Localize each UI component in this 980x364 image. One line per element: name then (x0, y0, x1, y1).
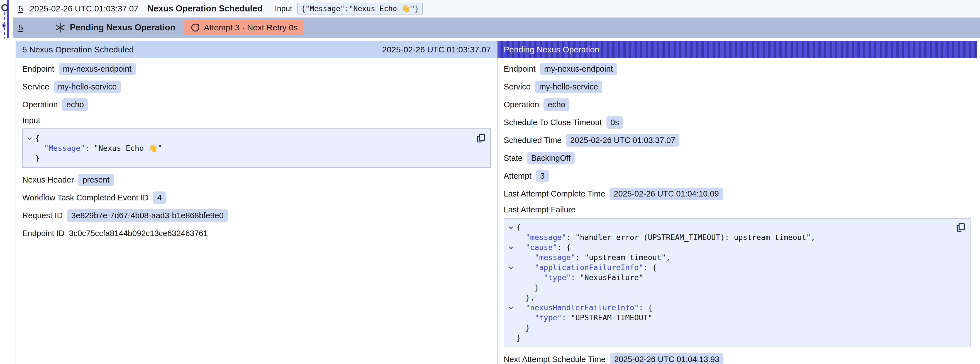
json-line-gutter (506, 273, 517, 283)
operation-value-badge: echo (62, 98, 88, 111)
json-code-text: "type": "UPSTREAM_TIMEOUT" (517, 313, 652, 323)
json-line-gutter (506, 252, 517, 263)
event-id-link[interactable]: 5 (18, 4, 23, 13)
json-line: }, (506, 293, 955, 303)
event-detail-panels: 5 Nexus Operation Scheduled 2025-02-26 U… (16, 41, 977, 364)
json-line-gutter (506, 323, 517, 333)
json-code-text: "message": "handler error (UPSTREAM_TIME… (517, 232, 815, 243)
json-code-text: "applicationFailureInfo": { (517, 263, 657, 273)
input-json-viewer: { "Message": "Nexus Echo 👋"} (22, 128, 491, 168)
field-state: State BackingOff (504, 152, 970, 164)
service-value-badge: my-hello-service (54, 81, 121, 93)
json-line: } (506, 333, 955, 343)
json-code-text: } (35, 153, 40, 163)
json-line: "Message": "Nexus Echo 👋" (25, 143, 475, 153)
field-operation: Operation echo (22, 98, 491, 111)
attempt-badge: 3 (536, 170, 549, 182)
request-id-badge: 3e829b7e-7d67-4b08-aad3-b1e868bfe9e0 (67, 209, 228, 222)
right-panel-body: Endpoint my-nexus-endpoint Service my-he… (498, 58, 977, 364)
json-line: } (506, 323, 955, 333)
nexus-header-value-badge: present (78, 174, 114, 186)
json-code-text: } (517, 333, 521, 343)
collapse-chevron-icon[interactable] (509, 265, 513, 269)
json-code-text: } (517, 283, 539, 293)
field-attempt: Attempt 3 (504, 169, 970, 182)
json-code-text: "type": "NexusFailure" (517, 273, 643, 283)
left-panel-body: Endpoint my-nexus-endpoint Service my-he… (16, 58, 497, 245)
right-panel-title: Pending Nexus Operation (504, 45, 600, 54)
timeout-value-badge: 0s (606, 116, 624, 129)
json-line-gutter (25, 133, 35, 143)
field-nexus-header: Nexus Header present (22, 173, 491, 186)
json-code-text: "cause": { (517, 243, 571, 252)
last-attempt-failure-json-viewer: { "message": "handler error (UPSTREAM_TI… (504, 218, 970, 347)
retry-icon (191, 23, 200, 32)
pending-title: Pending Nexus Operation (70, 22, 175, 33)
left-panel-timestamp: 2025-02-26 UTC 01:03:37.07 (382, 45, 491, 54)
field-schedule-to-close-timeout: Schedule To Close Timeout 0s (504, 116, 970, 129)
endpoint-value-badge: my-nexus-endpoint (59, 63, 136, 75)
field-scheduled-time: Scheduled Time 2025-02-26 UTC 01:03:37.0… (504, 134, 970, 147)
json-line: "message": "handler error (UPSTREAM_TIME… (506, 232, 955, 243)
pending-nexus-operation-row[interactable]: 5 Pending Nexus Operation Attempt 3 · Ne… (13, 18, 980, 38)
json-line: } (506, 283, 955, 293)
collapse-chevron-icon[interactable] (509, 225, 513, 229)
json-line: } (25, 153, 475, 163)
endpoint-id-link[interactable]: 3c0c75ccfa8144b092c13ce632463761 (69, 229, 208, 238)
json-code-text: { (35, 133, 40, 143)
field-request-id: Request ID 3e829b7e-7d67-4b08-aad3-b1e86… (22, 209, 491, 222)
json-line: "nexusHandlerFailureInfo": { (506, 303, 955, 313)
field-last-attempt-complete-time: Last Attempt Complete Time 2025-02-26 UT… (504, 187, 970, 200)
field-endpoint-id: Endpoint ID 3c0c75ccfa8144b092c13ce63246… (22, 227, 491, 240)
json-line: { (25, 133, 475, 143)
field-next-attempt-schedule-time: Next Attempt Schedule Time 2025-02-26 UT… (504, 353, 970, 364)
event-history-rows: 5 2025-02-26 UTC 01:03:37.07 Nexus Opera… (0, 0, 980, 38)
wft-event-id-badge: 4 (153, 192, 166, 204)
json-code-text: "Message": "Nexus Echo 👋" (35, 143, 162, 153)
right-panel-header: Pending Nexus Operation (498, 41, 977, 58)
field-service: Service my-hello-service (22, 80, 491, 93)
json-line: { (506, 222, 955, 232)
service-value-badge: my-hello-service (535, 81, 602, 93)
input-label: Input (275, 4, 292, 13)
pending-nexus-operation-panel: Pending Nexus Operation Endpoint my-nexu… (497, 41, 977, 364)
event-row-nexus-operation-scheduled[interactable]: 5 2025-02-26 UTC 01:03:37.07 Nexus Opera… (13, 0, 980, 18)
json-line-gutter (25, 153, 35, 163)
json-line-gutter (506, 222, 517, 232)
field-endpoint: Endpoint my-nexus-endpoint (22, 62, 491, 75)
copy-button[interactable] (955, 222, 966, 233)
json-line-gutter (506, 333, 517, 343)
field-service: Service my-hello-service (504, 80, 970, 93)
endpoint-value-badge: my-nexus-endpoint (540, 63, 617, 75)
json-line-gutter (25, 143, 35, 153)
json-code-text: "nexusHandlerFailureInfo": { (517, 303, 652, 313)
collapse-chevron-icon[interactable] (509, 305, 513, 310)
json-line: "type": "UPSTREAM_TIMEOUT" (506, 313, 955, 323)
next-attempt-schedule-time-badge: 2025-02-26 UTC 01:04:13.93 (610, 353, 724, 364)
json-code-text: }, (517, 293, 535, 303)
last-attempt-complete-time-badge: 2025-02-26 UTC 01:04:10.09 (609, 188, 723, 200)
event-title: Nexus Operation Scheduled (147, 4, 262, 14)
input-payload-chip[interactable]: {"Message":"Nexus Echo 👋"} (297, 3, 423, 14)
json-line-gutter (506, 313, 517, 323)
attempt-retry-text: Attempt 3 · Next Retry 0s (204, 23, 298, 32)
attempt-retry-badge: Attempt 3 · Next Retry 0s (185, 20, 304, 35)
input-section-label: Input (22, 116, 491, 125)
event-id-link[interactable]: 5 (18, 23, 23, 32)
json-line: "applicationFailureInfo": { (506, 263, 955, 273)
collapse-chevron-icon[interactable] (509, 245, 513, 249)
field-operation: Operation echo (504, 98, 970, 111)
operation-value-badge: echo (544, 98, 570, 111)
field-workflow-task-completed-event-id: Workflow Task Completed Event ID 4 (22, 191, 491, 204)
json-line: "message": "upstream timeout", (506, 252, 955, 263)
json-line-gutter (506, 263, 517, 273)
json-line: "cause": { (506, 243, 955, 252)
collapse-chevron-icon[interactable] (27, 136, 32, 140)
pending-asterisk-icon (54, 22, 66, 34)
copy-button[interactable] (475, 133, 486, 144)
json-line-gutter (506, 283, 517, 293)
scheduled-time-badge: 2025-02-26 UTC 01:03:37.07 (566, 134, 679, 147)
json-code-text: } (517, 323, 530, 333)
json-code-text: "message": "upstream timeout", (517, 252, 670, 263)
json-line-gutter (506, 243, 517, 252)
